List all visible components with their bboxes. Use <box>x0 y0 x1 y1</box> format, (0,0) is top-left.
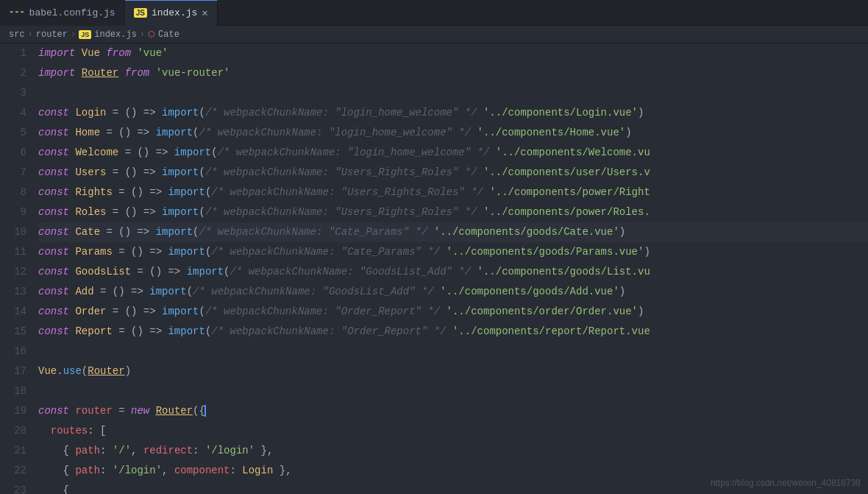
code-line-9: const Roles = () => import(/* webpackChu… <box>38 202 868 222</box>
code-line-8: const Rights = () => import(/* webpackCh… <box>38 183 868 202</box>
js-icon: JS <box>134 8 147 18</box>
breadcrumb: src › router › JS index.js › ⬡ Cate <box>0 26 868 43</box>
code-line-11: const Params = () => import(/* webpackCh… <box>38 242 868 262</box>
ln-23: 23 <box>6 481 26 494</box>
breadcrumb-sep-1: › <box>28 29 33 40</box>
code-line-2: import Router from 'vue-router' <box>38 63 868 83</box>
code-line-19: const router = new Router({ <box>38 401 868 421</box>
ln-12: 12 <box>6 262 26 282</box>
breadcrumb-cate: Cate <box>158 29 179 40</box>
code-line-18 <box>38 381 868 401</box>
breadcrumb-js-icon: JS <box>79 30 91 39</box>
tab-bar: --- babel.config.js JS index.js ✕ <box>0 0 868 26</box>
code-area[interactable]: import Vue from 'vue' import Router from… <box>35 43 868 494</box>
ln-10: 10 <box>6 222 26 242</box>
code-line-10: const Cate = () => import(/* webpackChun… <box>38 222 868 242</box>
ln-21: 21 <box>6 441 26 461</box>
breadcrumb-sep-3: › <box>140 29 145 40</box>
code-line-17: Vue.use(Router) <box>38 361 868 381</box>
breadcrumb-indexjs: index.js <box>94 29 137 40</box>
ln-1: 1 <box>6 43 26 63</box>
ln-2: 2 <box>6 63 26 83</box>
ln-4: 4 <box>6 103 26 123</box>
ln-7: 7 <box>6 163 26 183</box>
line-numbers: 1 2 3 4 5 6 7 8 9 10 11 12 13 14 15 16 1… <box>0 43 35 494</box>
code-line-13: const Add = () => import(/* webpackChunk… <box>38 282 868 302</box>
code-line-20: routes: [ <box>38 421 868 441</box>
ln-19: 19 <box>6 401 26 421</box>
tab-index[interactable]: JS index.js ✕ <box>125 0 218 26</box>
code-line-1: import Vue from 'vue' <box>38 43 868 63</box>
ln-6: 6 <box>6 143 26 163</box>
ln-22: 22 <box>6 461 26 481</box>
ln-5: 5 <box>6 123 26 143</box>
code-line-5: const Home = () => import(/* webpackChun… <box>38 123 868 143</box>
tab-babel-label: babel.config.js <box>29 7 115 18</box>
code-line-3 <box>38 83 868 103</box>
ln-9: 9 <box>6 202 26 222</box>
editor: 1 2 3 4 5 6 7 8 9 10 11 12 13 14 15 16 1… <box>0 43 868 494</box>
code-line-15: const Report = () => import(/* webpackCh… <box>38 322 868 342</box>
ln-3: 3 <box>6 83 26 103</box>
code-line-12: const GoodsList = () => import(/* webpac… <box>38 262 868 282</box>
ln-16: 16 <box>6 342 26 361</box>
ln-14: 14 <box>6 302 26 322</box>
code-line-16 <box>38 342 868 361</box>
watermark: https://blog.csdn.net/weixin_40816738 <box>711 478 861 488</box>
ln-8: 8 <box>6 183 26 202</box>
ln-20: 20 <box>6 421 26 441</box>
ln-13: 13 <box>6 282 26 302</box>
tab-babel[interactable]: --- babel.config.js <box>0 0 125 26</box>
code-line-4: const Login = () => import(/* webpackChu… <box>38 103 868 123</box>
code-line-21: { path: '/', redirect: '/login' }, <box>38 441 868 461</box>
ln-18: 18 <box>6 381 26 401</box>
babel-icon: --- <box>9 7 25 18</box>
code-line-6: const Welcome = () => import(/* webpackC… <box>38 143 868 163</box>
code-line-7: const Users = () => import(/* webpackChu… <box>38 163 868 183</box>
ln-17: 17 <box>6 361 26 381</box>
breadcrumb-sep-2: › <box>71 29 76 40</box>
ln-15: 15 <box>6 322 26 342</box>
code-line-14: const Order = () => import(/* webpackChu… <box>38 302 868 322</box>
breadcrumb-router: router <box>36 29 68 40</box>
close-icon[interactable]: ✕ <box>202 8 207 18</box>
breadcrumb-cate-icon: ⬡ <box>148 29 155 39</box>
tab-index-label: index.js <box>152 7 197 18</box>
breadcrumb-src: src <box>9 29 25 40</box>
ln-11: 11 <box>6 242 26 262</box>
